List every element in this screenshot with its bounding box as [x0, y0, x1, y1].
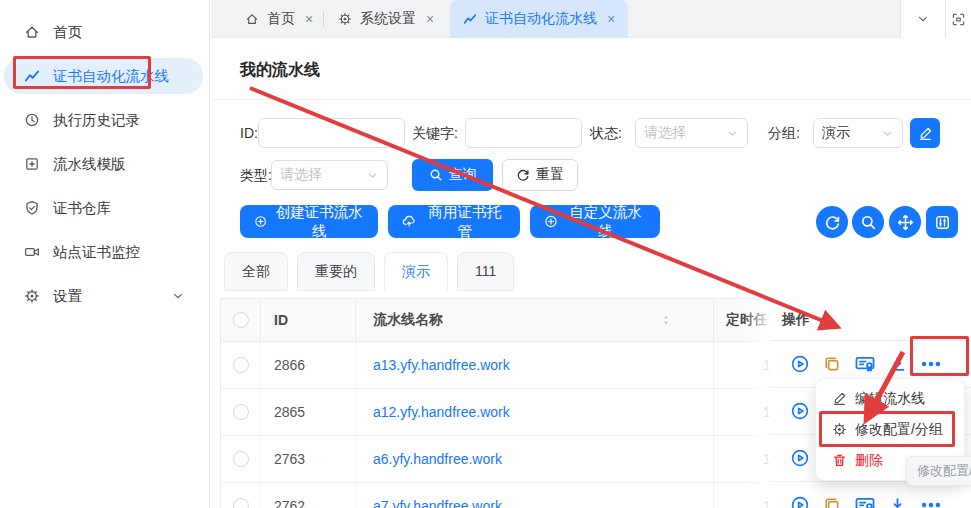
id-filter-input[interactable] — [258, 118, 405, 148]
copy-icon[interactable] — [822, 354, 842, 374]
hosted-cert-button[interactable]: 商用证书托管 — [388, 205, 520, 238]
certificate-icon[interactable] — [854, 494, 876, 508]
video-camera-icon — [24, 244, 40, 260]
row-checkbox[interactable] — [233, 404, 249, 420]
page-title: 我的流水线 — [240, 60, 320, 81]
divider — [211, 99, 971, 100]
close-icon[interactable]: × — [426, 12, 434, 26]
run-pipeline-button[interactable] — [790, 495, 810, 508]
edit-pencil-icon — [832, 391, 847, 406]
line-chart-icon — [24, 68, 40, 84]
custom-pipeline-button[interactable]: 自定义流水线 — [530, 205, 660, 238]
line-chart-icon — [463, 12, 477, 26]
chevron-down-icon — [726, 127, 739, 140]
search-toggle-button[interactable] — [852, 206, 884, 238]
sidebar-item-label: 站点证书监控 — [53, 243, 140, 262]
menu-item-edit-pipeline[interactable]: 编辑流水线 — [820, 383, 960, 414]
group-filter-label: 分组: — [768, 118, 800, 148]
column-header-name: 流水线名称 — [356, 299, 714, 341]
sidebar-item-templates[interactable]: 流水线模版 — [4, 146, 203, 182]
run-pipeline-button[interactable] — [790, 448, 810, 468]
select-value: 演示 — [822, 124, 850, 142]
sidebar-item-label: 流水线模版 — [53, 155, 126, 174]
status-filter-select[interactable]: 请选择 — [635, 118, 748, 148]
row-checkbox[interactable] — [233, 357, 249, 373]
column-header-id: ID — [261, 299, 356, 341]
chevron-down-icon — [881, 127, 894, 140]
sort-carets-icon[interactable] — [659, 313, 673, 327]
history-clock-icon — [24, 112, 40, 128]
search-icon — [860, 214, 877, 231]
row-id: 2866 — [261, 342, 356, 388]
tab-system-settings[interactable]: 系统设置 × — [329, 0, 443, 38]
group-tab-111[interactable]: 111 — [457, 252, 514, 291]
menu-item-modify-config-group[interactable]: 修改配置/分组 — [820, 414, 960, 445]
fullscreen-icon — [951, 12, 966, 27]
tab-separator — [323, 11, 324, 27]
close-icon[interactable]: × — [305, 12, 313, 26]
sidebar-item-cert-repo[interactable]: 证书仓库 — [4, 190, 203, 226]
chevron-down-icon — [171, 289, 185, 303]
copy-icon[interactable] — [822, 495, 842, 508]
row-checkbox[interactable] — [233, 451, 249, 467]
cloud-upload-icon — [402, 214, 416, 229]
sidebar-item-settings[interactable]: 设置 — [4, 278, 203, 314]
create-pipeline-label: 创建证书流水线 — [274, 203, 364, 241]
keyword-filter-label: 关键字: — [412, 118, 458, 148]
tooltip: 修改配置/分 — [906, 456, 971, 486]
gear-icon — [338, 12, 352, 26]
type-filter-label: 类型: — [240, 160, 272, 190]
group-tab-all[interactable]: 全部 — [224, 252, 288, 291]
more-actions-button[interactable] — [919, 352, 943, 376]
sidebar-item-site-monitor[interactable]: 站点证书监控 — [4, 234, 203, 270]
run-pipeline-button[interactable] — [790, 354, 810, 374]
close-icon[interactable]: × — [607, 12, 615, 26]
row-checkbox[interactable] — [233, 498, 249, 508]
search-button[interactable]: 查询 — [412, 159, 493, 191]
pipeline-name-link[interactable]: a7.yfy.handfree.work — [373, 498, 502, 508]
group-tab-demo[interactable]: 演示 — [384, 252, 448, 291]
refresh-list-button[interactable] — [816, 206, 848, 238]
create-pipeline-button[interactable]: 创建证书流水线 — [240, 205, 378, 238]
custom-pipeline-label: 自定义流水线 — [565, 203, 646, 241]
move-button[interactable] — [889, 206, 921, 238]
status-filter-label: 状态: — [590, 118, 622, 148]
more-actions-button[interactable] — [919, 493, 943, 508]
run-pipeline-button[interactable] — [790, 401, 810, 421]
id-filter-label: ID: — [240, 118, 258, 148]
sidebar-item-cert-pipeline[interactable]: 证书自动化流水线 — [4, 58, 203, 94]
plus-circle-icon — [254, 214, 267, 229]
certificate-icon[interactable] — [854, 353, 876, 375]
column-settings-button[interactable] — [926, 206, 958, 238]
group-filter-select[interactable]: 演示 — [813, 118, 903, 148]
sidebar-item-label: 证书仓库 — [53, 199, 111, 218]
tab-home[interactable]: 首页 × — [237, 0, 321, 38]
pipeline-name-link[interactable]: a6.yfy.handfree.work — [373, 451, 502, 467]
trash-icon — [832, 453, 847, 468]
tab-label: 首页 — [267, 10, 295, 28]
tab-list-dropdown-button[interactable] — [900, 0, 945, 38]
group-tab-important[interactable]: 重要的 — [297, 252, 375, 291]
tab-cert-pipeline[interactable]: 证书自动化流水线 × — [450, 0, 628, 38]
type-filter-select[interactable]: 请选择 — [271, 160, 388, 190]
download-icon[interactable] — [888, 496, 907, 508]
edit-group-button[interactable] — [910, 118, 940, 148]
keyword-filter-input[interactable] — [465, 118, 582, 148]
column-header-operations: 操作 — [770, 298, 971, 341]
row-id: 2865 — [261, 389, 356, 435]
search-button-label: 查询 — [449, 166, 477, 184]
download-icon[interactable] — [888, 355, 907, 374]
tab-bar: 首页 × 系统设置 × 证书自动化流水线 × — [211, 0, 971, 38]
sidebar-item-label: 执行历史记录 — [53, 111, 140, 130]
menu-item-label: 编辑流水线 — [855, 390, 925, 408]
sidebar-item-history[interactable]: 执行历史记录 — [4, 102, 203, 138]
home-icon — [24, 24, 40, 40]
pipeline-name-link[interactable]: a13.yfy.handfree.work — [373, 357, 510, 373]
select-all-checkbox[interactable] — [233, 312, 249, 328]
pipeline-name-link[interactable]: a12.yfy.handfree.work — [373, 404, 510, 420]
edit-pencil-icon — [918, 126, 933, 141]
reset-button[interactable]: 重置 — [502, 159, 578, 191]
shield-check-icon — [24, 200, 40, 216]
fullscreen-button[interactable] — [945, 0, 971, 38]
sidebar-item-home[interactable]: 首页 — [4, 14, 203, 50]
